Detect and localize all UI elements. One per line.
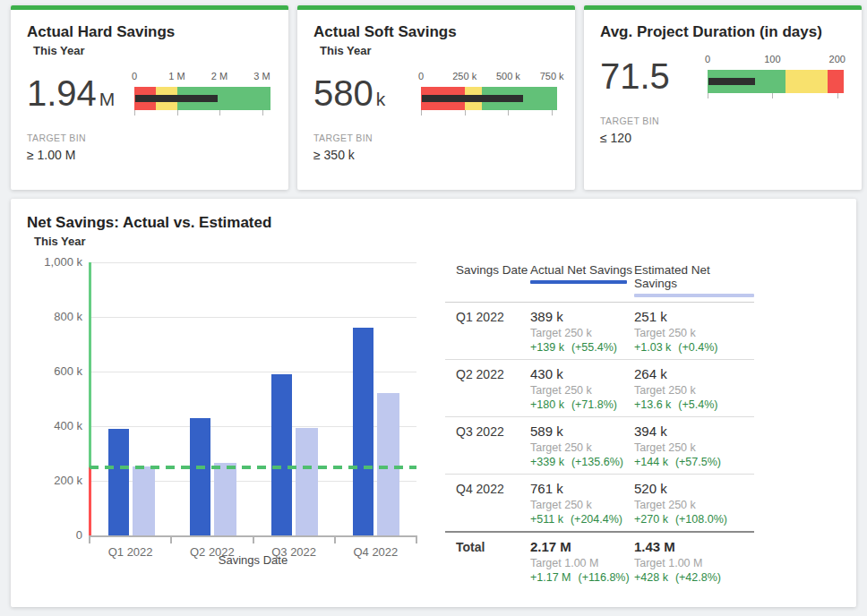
bullet-axis-label: 2 M (211, 71, 227, 81)
delta-percent: (+0.4%) (678, 341, 717, 354)
y-axis-label: 200 k (18, 474, 82, 487)
metric-delta: +428 k(+42.8%) (634, 571, 754, 584)
bullet-axis-tick (708, 93, 708, 98)
column-header-label: Estimated Net Savings (634, 263, 754, 290)
delta-amount: +339 k (530, 456, 564, 468)
bar-actual-q4-2022[interactable] (353, 328, 373, 535)
bullet-axis-label: 3 M (253, 71, 270, 81)
metric-delta: +511 k(+204.4%) (530, 513, 634, 526)
net-savings-panel: Net Savings: Actual vs. Estimated This Y… (11, 199, 856, 607)
bullet-measure-bar (708, 78, 755, 85)
bar-actual-q2-2022[interactable] (190, 418, 210, 535)
delta-percent: (+55.4%) (571, 341, 617, 354)
x-axis-tick (170, 535, 172, 543)
row-label: Q4 2022 (445, 482, 530, 526)
bar-estimated-q4-2022[interactable] (377, 393, 399, 535)
bullet-axis-label: 0 (418, 71, 424, 81)
y-axis-label: 600 k (18, 364, 82, 378)
delta-amount: +270 k (634, 513, 668, 526)
x-axis-tick (416, 535, 417, 543)
delta-percent: (+116.8%) (579, 571, 630, 584)
column-header-estimated-net-savings[interactable]: Estimated Net Savings (634, 263, 754, 297)
target-line (90, 466, 416, 469)
bar-estimated-q3-2022[interactable] (296, 428, 318, 535)
target-bin-value: ≥ 1.00 M (27, 148, 272, 162)
delta-percent: (+204.4%) (571, 513, 622, 526)
metric-value: 589 k (530, 424, 634, 439)
delta-amount: +144 k (634, 456, 668, 468)
table-row: Q3 2022589 kTarget 250 k+339 k(+135.6%)3… (445, 417, 754, 475)
delta-percent: (+57.5%) (675, 456, 721, 468)
card-subtitle: This Year (320, 44, 559, 58)
estimated-series-swatch (634, 294, 754, 297)
metric-delta: +144 k(+57.5%) (634, 456, 754, 468)
actual-series-swatch (530, 280, 627, 284)
metric-delta: +270 k(+108.0%) (634, 513, 754, 526)
bar-estimated-q1-2022[interactable] (133, 466, 155, 535)
bar-actual-q1-2022[interactable] (108, 429, 129, 535)
bullet-axis-tick (262, 110, 263, 116)
bullet-axis-label: 0 (705, 54, 710, 64)
delta-amount: +13.6 k (634, 398, 671, 411)
estimated-metric-cell: 394 kTarget 250 k+144 k(+57.5%) (634, 424, 754, 468)
kpi-value-suffix: k (376, 89, 386, 109)
bullet-axis-tick (134, 110, 135, 116)
table-total-row: Total2.17 MTarget 1.00 M+1.17 M(+116.8%)… (445, 531, 754, 589)
savings-table: Savings Date Actual Net Savings Estimate… (445, 263, 754, 589)
metric-value: 761 k (530, 482, 634, 496)
actual-metric-cell: 389 kTarget 250 k+139 k(+55.4%) (530, 310, 634, 354)
kpi-value: 71.5 (600, 54, 708, 101)
panel-title: Net Savings: Actual vs. Estimated (27, 214, 856, 232)
bullet-axis-tick (177, 110, 178, 116)
target-bin-label: TARGET BIN (313, 133, 559, 143)
bullet-axis-label: 1 M (168, 71, 185, 81)
row-label: Q2 2022 (445, 367, 530, 411)
actual-metric-cell: 589 kTarget 250 k+339 k(+135.6%) (530, 424, 634, 468)
card-title: Avg. Project Duration (in days) (600, 23, 846, 41)
delta-percent: (+42.8%) (675, 571, 721, 584)
bullet-tick-row (421, 110, 557, 117)
metric-delta: +1.17 M(+116.8%) (530, 571, 634, 584)
bar-actual-q3-2022[interactable] (271, 374, 292, 535)
actual-metric-cell: 430 kTarget 250 k+180 k(+71.8%) (530, 367, 634, 411)
y-axis-label: 800 k (18, 310, 82, 323)
kpi-value: 1.94M (27, 71, 134, 118)
bullet-measure-bar (135, 95, 218, 102)
estimated-metric-cell: 520 kTarget 250 k+270 k(+108.0%) (634, 482, 754, 526)
column-header-savings-date: Savings Date (445, 263, 530, 297)
x-axis-tick (89, 535, 90, 543)
metric-target: Target 250 k (530, 441, 634, 454)
bullet-axis-label: 0 (132, 71, 137, 81)
bullet-measure-bar (422, 95, 523, 102)
bullet-axis: 01 M2 M3 M (134, 71, 270, 85)
bullet-axis-label: 200 (829, 54, 846, 64)
estimated-metric-cell: 1.43 MTarget 1.00 M+428 k(+42.8%) (634, 540, 754, 584)
delta-percent: (+5.4%) (678, 398, 717, 411)
column-header-actual-net-savings[interactable]: Actual Net Savings (530, 263, 634, 297)
metric-delta: +339 k(+135.6%) (530, 456, 634, 468)
plot-area: 0200 k400 k600 k800 k1,000 kQ1 2022Q2 20… (90, 262, 416, 537)
bullet-axis-label: 250 k (452, 71, 476, 81)
bullet-bar (421, 87, 557, 110)
bullet-chart: 0100200 (708, 54, 844, 100)
kpi-value: 580k (313, 71, 421, 118)
bar-estimated-q2-2022[interactable] (214, 463, 236, 535)
bullet-axis-tick (421, 110, 422, 116)
y-axis-below-target (89, 467, 91, 535)
gridline (91, 262, 416, 263)
bullet-axis: 0100200 (708, 54, 844, 68)
bullet-axis-tick (772, 93, 773, 98)
y-axis-label: 400 k (18, 419, 82, 432)
bullet-axis-label: 100 (764, 54, 780, 64)
target-bin-value: ≥ 350 k (313, 148, 559, 162)
bullet-axis-label: 750 k (540, 71, 564, 81)
column-header-label: Savings Date (456, 263, 530, 277)
delta-amount: +511 k (530, 513, 563, 526)
bullet-axis-tick (837, 93, 838, 98)
metric-value: 251 k (634, 310, 754, 324)
delta-amount: +1.03 k (634, 341, 671, 354)
metric-value: 520 k (634, 482, 754, 496)
target-bin-label: TARGET BIN (600, 116, 846, 126)
metric-delta: +180 k(+71.8%) (530, 398, 634, 411)
delta-amount: +180 k (530, 398, 564, 411)
